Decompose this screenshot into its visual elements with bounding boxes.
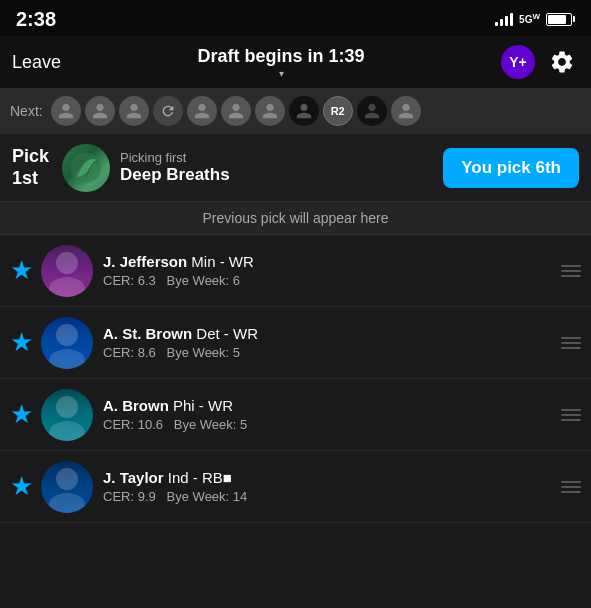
player-name-line-1: A. St. Brown Det - WR [103, 325, 553, 342]
svg-point-2 [49, 277, 85, 297]
header: Leave Draft begins in 1:39 ▾ Y+ [0, 36, 591, 88]
svg-point-1 [56, 252, 78, 274]
player-stats-3: CER: 9.9 Bye Week: 14 [103, 489, 553, 504]
player-info-0: J. Jefferson Min - WR CER: 6.3 Bye Week:… [103, 253, 553, 288]
prev-pick-banner: Previous pick will appear here [0, 202, 591, 235]
star-icon-1[interactable]: ★ [10, 327, 33, 358]
injury-icon: ■ [223, 469, 232, 486]
player-avatar-2 [41, 389, 93, 441]
player-name-0: J. Jefferson [103, 253, 187, 270]
svg-point-4 [49, 349, 85, 369]
player-avatar-1 [41, 317, 93, 369]
person-icon-2 [91, 102, 109, 120]
svg-point-6 [49, 421, 85, 441]
draft-title: Draft begins in 1:39 [198, 46, 365, 67]
player-name-line-0: J. Jefferson Min - WR [103, 253, 553, 270]
pick-label-block: Pick 1st [12, 146, 52, 189]
header-right-icons: Y+ [501, 45, 579, 79]
queue-avatar-11[interactable] [391, 96, 421, 126]
svg-point-7 [56, 468, 78, 490]
player-name-line-2: A. Brown Phi - WR [103, 397, 553, 414]
queue-avatar-r2[interactable]: R2 [323, 96, 353, 126]
drag-handle-2[interactable] [561, 409, 581, 421]
star-icon-2[interactable]: ★ [10, 399, 33, 430]
queue-avatar-8[interactable] [289, 96, 319, 126]
battery-icon [546, 13, 575, 26]
person-icon-5 [193, 102, 211, 120]
player-info-1: A. St. Brown Det - WR CER: 8.6 Bye Week:… [103, 325, 553, 360]
player-name-line-3: J. Taylor Ind - RB■ [103, 469, 553, 486]
queue-avatar-refresh[interactable] [153, 96, 183, 126]
star-icon-0[interactable]: ★ [10, 255, 33, 286]
player-row[interactable]: ★ J. Taylor Ind - RB■ CER: 9.9 Bye Week:… [0, 451, 591, 523]
queue-avatar-1[interactable] [51, 96, 81, 126]
pick-word: Pick [12, 146, 49, 166]
you-pick-button[interactable]: You pick 6th [443, 148, 579, 188]
status-icons: 5GW [495, 12, 575, 26]
person-icon-11 [397, 102, 415, 120]
person-icon-3 [125, 102, 143, 120]
person-icon-1 [57, 102, 75, 120]
team-name: Deep Breaths [120, 165, 443, 185]
player-info-3: J. Taylor Ind - RB■ CER: 9.9 Bye Week: 1… [103, 469, 553, 504]
picking-first-label: Picking first [120, 150, 443, 165]
player-stats-0: CER: 6.3 Bye Week: 6 [103, 273, 553, 288]
queue-avatar-3[interactable] [119, 96, 149, 126]
network-label: 5GW [519, 13, 540, 25]
queue-avatar-2[interactable] [85, 96, 115, 126]
header-center: Draft begins in 1:39 ▾ [198, 46, 365, 79]
player-row[interactable]: ★ A. St. Brown Det - WR CER: 8.6 Bye Wee… [0, 307, 591, 379]
drag-handle-3[interactable] [561, 481, 581, 493]
prev-pick-text: Previous pick will appear here [203, 210, 389, 226]
draft-arrow: ▾ [279, 68, 284, 79]
leave-button[interactable]: Leave [12, 52, 61, 73]
status-time: 2:38 [16, 8, 56, 31]
person-icon-10 [363, 102, 381, 120]
queue-avatar-10[interactable] [357, 96, 387, 126]
drag-handle-0[interactable] [561, 265, 581, 277]
pick-number: 1st [12, 168, 38, 188]
signal-icon [495, 12, 513, 26]
queue-avatar-6[interactable] [221, 96, 251, 126]
player-name-2: A. Brown [103, 397, 169, 414]
player-row[interactable]: ★ A. Brown Phi - WR CER: 10.6 Bye Week: … [0, 379, 591, 451]
star-icon-3[interactable]: ★ [10, 471, 33, 502]
yahoo-plus-button[interactable]: Y+ [501, 45, 535, 79]
pick-row: Pick 1st Picking first Deep Breaths You … [0, 134, 591, 202]
refresh-icon [160, 103, 176, 119]
pick-avatar [62, 144, 110, 192]
settings-button[interactable] [545, 45, 579, 79]
player-stats-1: CER: 8.6 Bye Week: 5 [103, 345, 553, 360]
person-icon-6 [227, 102, 245, 120]
player-name-1: A. St. Brown [103, 325, 192, 342]
r2-label: R2 [331, 105, 345, 117]
person-icon-7 [261, 102, 279, 120]
gear-icon [549, 49, 575, 75]
queue-avatar-7[interactable] [255, 96, 285, 126]
drag-handle-1[interactable] [561, 337, 581, 349]
player-name-3: J. Taylor [103, 469, 164, 486]
person-icon-8 [295, 102, 313, 120]
svg-point-3 [56, 324, 78, 346]
player-row[interactable]: ★ J. Jefferson Min - WR CER: 6.3 Bye Wee… [0, 235, 591, 307]
draft-queue: Next: R2 [0, 88, 591, 134]
queue-avatar-5[interactable] [187, 96, 217, 126]
status-bar: 2:38 5GW [0, 0, 591, 36]
next-label: Next: [10, 103, 43, 119]
player-list: ★ J. Jefferson Min - WR CER: 6.3 Bye Wee… [0, 235, 591, 523]
player-avatar-3 [41, 461, 93, 513]
player-avatar-0 [41, 245, 93, 297]
svg-point-5 [56, 396, 78, 418]
pick-info: Picking first Deep Breaths [120, 150, 443, 185]
player-info-2: A. Brown Phi - WR CER: 10.6 Bye Week: 5 [103, 397, 553, 432]
svg-point-8 [49, 493, 85, 513]
player-stats-2: CER: 10.6 Bye Week: 5 [103, 417, 553, 432]
